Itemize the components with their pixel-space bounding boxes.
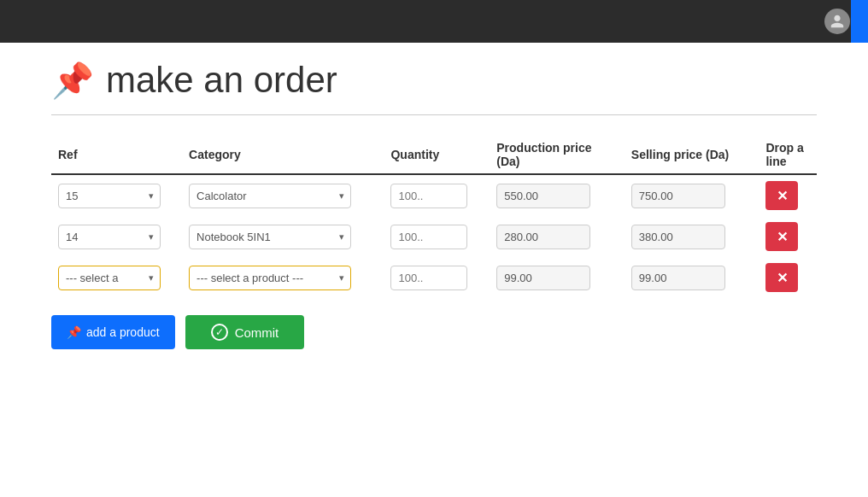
delete-row-button[interactable]: ✕ (765, 222, 798, 251)
ref-cell: --- select a ▾ (51, 257, 182, 298)
add-product-label: add a product (86, 325, 160, 339)
production-price-input (496, 225, 590, 249)
selling-price-input (631, 225, 725, 249)
category-select[interactable]: Calcolator (189, 184, 351, 208)
category-select[interactable]: Notebook 5IN1 (189, 225, 351, 249)
selling-price-cell (625, 216, 760, 257)
drop-cell: ✕ (759, 216, 817, 257)
col-header-ref: Ref (51, 136, 182, 174)
selling-price-input (631, 184, 725, 208)
selling-price-cell (625, 257, 760, 298)
delete-row-button[interactable]: ✕ (765, 181, 798, 210)
pin-icon-small: 📌 (67, 325, 81, 339)
col-header-category: Category (182, 136, 384, 174)
col-header-quantity: Quantity (384, 136, 490, 174)
ref-select-wrapper: 14 ▾ (58, 225, 161, 249)
page-title-row: 📌 make an order (51, 60, 817, 101)
production-price-cell (490, 216, 625, 257)
navbar: ▾ (0, 0, 868, 43)
quantity-cell (384, 216, 490, 257)
category-select-wrapper: Notebook 5IN1 ▾ (189, 225, 351, 249)
category-cell: --- select a product --- ▾ (182, 257, 384, 298)
selling-price-cell (625, 174, 760, 216)
action-row: 📌 add a product ✓ Commit (51, 315, 817, 349)
production-price-cell (490, 174, 625, 216)
ref-cell: 14 ▾ (51, 216, 182, 257)
table-body: 15 ▾ Calcolator ▾ (51, 174, 817, 298)
category-select-wrapper: Calcolator ▾ (189, 184, 351, 208)
quantity-input[interactable] (390, 266, 467, 290)
pin-icon: 📌 (51, 61, 94, 101)
table-row: 15 ▾ Calcolator ▾ (51, 174, 817, 216)
table-row: 14 ▾ Notebook 5IN1 ▾ (51, 216, 817, 257)
quantity-cell (384, 257, 490, 298)
category-select[interactable]: --- select a product --- (189, 266, 351, 290)
table-header: Ref Category Quantity Production price (… (51, 136, 817, 174)
page-content: 📌 make an order Ref Category Quantity Pr… (0, 43, 868, 366)
drop-cell: ✕ (759, 257, 817, 298)
commit-label: Commit (235, 325, 279, 340)
table-row: --- select a ▾ --- select a product --- … (51, 257, 817, 298)
production-price-cell (490, 257, 625, 298)
drop-cell: ✕ (759, 174, 817, 216)
quantity-input[interactable] (390, 225, 467, 249)
ref-select[interactable]: --- select a (58, 266, 161, 290)
col-header-drop-line: Drop a line (759, 136, 817, 174)
add-product-button[interactable]: 📌 add a product (51, 315, 175, 349)
title-divider (51, 114, 817, 115)
category-cell: Calcolator ▾ (182, 174, 384, 216)
user-avatar (824, 9, 850, 34)
navbar-blue-accent (851, 0, 868, 43)
production-price-input (496, 184, 590, 208)
col-header-production-price: Production price (Da) (490, 136, 625, 174)
ref-select-wrapper: --- select a ▾ (58, 266, 161, 290)
quantity-cell (384, 174, 490, 216)
order-table: Ref Category Quantity Production price (… (51, 136, 817, 298)
selling-price-input (631, 266, 725, 290)
category-select-wrapper: --- select a product --- ▾ (189, 266, 351, 290)
ref-select[interactable]: 15 (58, 184, 161, 208)
ref-select[interactable]: 14 (58, 225, 161, 249)
ref-select-wrapper: 15 ▾ (58, 184, 161, 208)
delete-row-button[interactable]: ✕ (765, 263, 798, 292)
page-title: make an order (106, 60, 337, 101)
quantity-input[interactable] (390, 184, 467, 208)
category-cell: Notebook 5IN1 ▾ (182, 216, 384, 257)
ref-cell: 15 ▾ (51, 174, 182, 216)
col-header-selling-price: Selling price (Da) (625, 136, 760, 174)
check-circle-icon: ✓ (211, 324, 228, 341)
production-price-input (496, 266, 590, 290)
commit-button[interactable]: ✓ Commit (185, 315, 305, 349)
